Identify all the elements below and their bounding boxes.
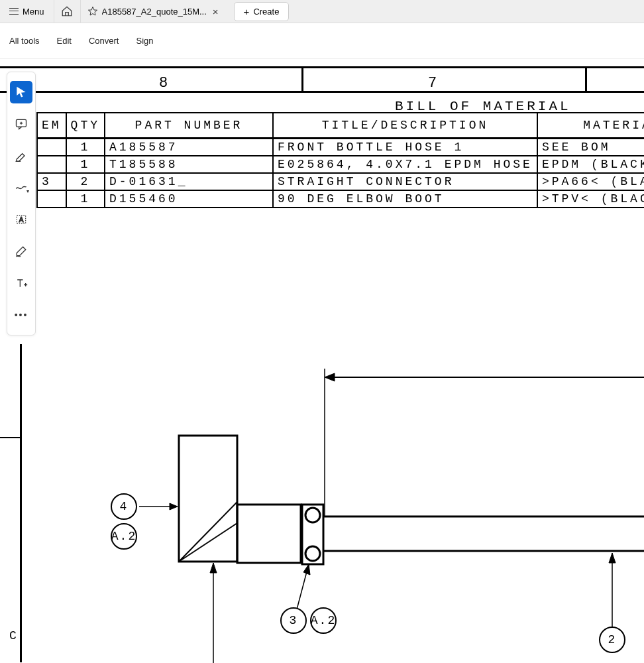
document-tab[interactable]: A185587_A2_quote_15M... × bbox=[81, 0, 227, 23]
text-select-tool[interactable]: A bbox=[10, 208, 32, 231]
select-tool[interactable] bbox=[10, 81, 32, 103]
signature-icon bbox=[15, 245, 28, 258]
menu-sign[interactable]: Sign bbox=[136, 36, 153, 46]
svg-point-9 bbox=[305, 546, 320, 561]
balloon-4: 4 bbox=[111, 493, 137, 520]
highlighter-icon bbox=[15, 149, 28, 162]
menubar: All tools Edit Convert Sign bbox=[0, 23, 644, 59]
freeform-icon bbox=[15, 181, 28, 194]
cursor-icon bbox=[15, 86, 28, 99]
document-page: 8 7 BILL OF MATERIAL EM QTY PART NUMBER … bbox=[0, 59, 644, 663]
titlebar: Menu A185587_A2_quote_15M... × + Create bbox=[0, 0, 644, 23]
text-box-icon: A bbox=[15, 213, 28, 226]
menu-button[interactable]: Menu bbox=[0, 0, 54, 23]
comment-tool[interactable] bbox=[10, 113, 32, 135]
ellipsis-icon: ••• bbox=[15, 310, 28, 320]
left-toolbar: ▾ A ••• bbox=[7, 72, 36, 335]
svg-point-8 bbox=[305, 508, 320, 522]
chevron-down-icon: ▾ bbox=[27, 188, 29, 194]
svg-text:A: A bbox=[19, 216, 24, 223]
menu-label: Menu bbox=[23, 7, 44, 17]
highlight-tool[interactable] bbox=[10, 145, 32, 167]
star-icon bbox=[87, 6, 98, 17]
balloon-3: 3 bbox=[280, 607, 307, 634]
plus-icon: + bbox=[244, 6, 250, 17]
draw-tool[interactable]: ▾ bbox=[10, 176, 32, 199]
tab-title: A185587_A2_quote_15M... bbox=[102, 7, 207, 17]
sign-tool[interactable] bbox=[10, 240, 32, 263]
technical-drawing bbox=[0, 59, 644, 663]
hamburger-icon bbox=[9, 8, 19, 15]
menu-convert[interactable]: Convert bbox=[89, 36, 119, 46]
comment-icon bbox=[15, 117, 28, 131]
balloon-2: 2 bbox=[599, 627, 625, 653]
document-viewport[interactable]: 8 7 BILL OF MATERIAL EM QTY PART NUMBER … bbox=[0, 59, 644, 663]
add-text-icon bbox=[15, 276, 28, 290]
tab-close-button[interactable]: × bbox=[211, 6, 221, 17]
menu-all-tools[interactable]: All tools bbox=[9, 36, 40, 46]
home-button[interactable] bbox=[54, 0, 81, 23]
home-icon bbox=[61, 5, 73, 17]
create-button[interactable]: + Create bbox=[234, 2, 290, 21]
svg-rect-6 bbox=[237, 505, 301, 563]
create-label: Create bbox=[253, 7, 279, 17]
menu-edit[interactable]: Edit bbox=[57, 36, 72, 46]
balloon-a2-top: A.2 bbox=[111, 523, 137, 550]
balloon-a2-bottom: A.2 bbox=[310, 607, 337, 634]
add-text-tool[interactable] bbox=[10, 272, 32, 294]
more-tools[interactable]: ••• bbox=[10, 304, 32, 326]
